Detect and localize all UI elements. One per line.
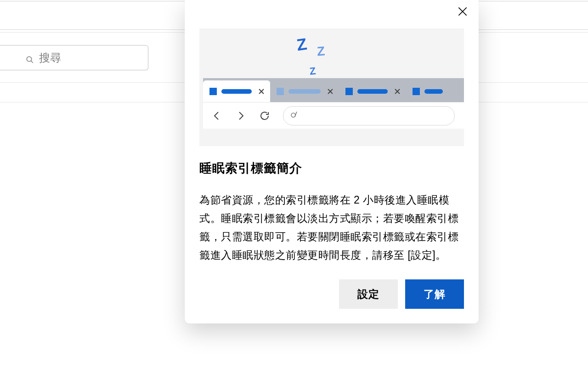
close-icon <box>258 88 265 95</box>
search-input[interactable]: 搜尋 <box>0 45 148 70</box>
search-icon <box>26 54 34 62</box>
ok-button[interactable]: 了解 <box>405 279 464 309</box>
sleeping-tabs-illustration: Z Z Z <box>199 28 464 146</box>
illustration-tab-sleeping <box>270 80 339 102</box>
illustration-tab <box>339 80 406 102</box>
settings-button[interactable]: 設定 <box>339 279 398 309</box>
close-icon <box>394 88 401 95</box>
dialog-body: 為節省資源，您的索引標籤將在 2 小時後進入睡眠模式。睡眠索引標籤會以淡出方式顯… <box>199 191 464 264</box>
forward-icon <box>235 110 246 121</box>
back-icon <box>211 110 222 121</box>
refresh-icon <box>259 110 270 121</box>
illustration-toolbar <box>203 102 464 129</box>
svg-line-1 <box>31 61 33 63</box>
dialog-button-row: 設定 了解 <box>339 279 464 309</box>
illustration-tab-active <box>203 80 270 102</box>
svg-point-0 <box>27 57 32 62</box>
sleeping-tabs-dialog: Z Z Z <box>185 0 479 324</box>
dialog-title: 睡眠索引標籤簡介 <box>199 160 302 176</box>
illustration-tabbar <box>203 78 464 102</box>
illustration-tab <box>406 80 448 102</box>
close-button[interactable] <box>457 6 469 17</box>
illustration-omnibox <box>283 106 455 125</box>
close-icon <box>327 88 334 95</box>
z-icon: Z <box>317 44 325 59</box>
z-icon: Z <box>309 65 317 77</box>
search-icon <box>290 112 298 120</box>
z-icon: Z <box>295 34 308 55</box>
search-placeholder: 搜尋 <box>39 51 61 65</box>
